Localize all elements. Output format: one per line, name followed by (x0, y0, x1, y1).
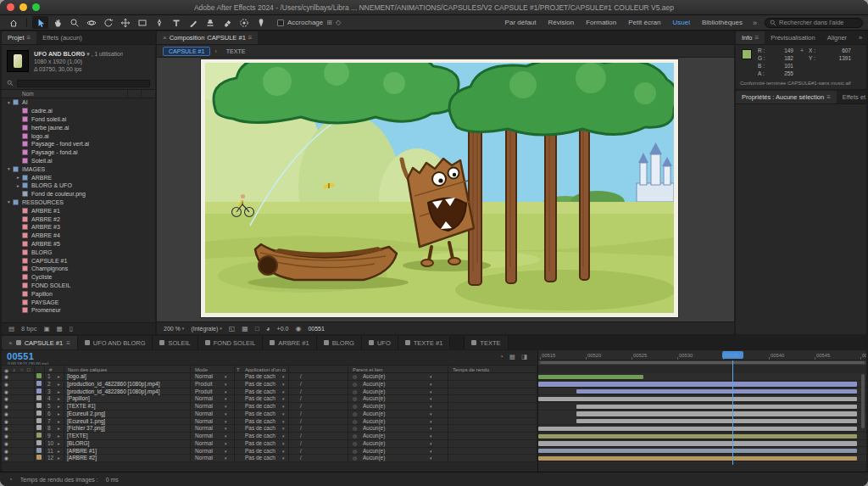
layer-trkmat-select[interactable]: Pas de cach (245, 448, 281, 455)
trkmat-t-column-header[interactable]: T (236, 367, 240, 372)
project-item[interactable]: Paysage - fond vert.ai (2, 140, 155, 148)
delete-icon[interactable]: ▯ (70, 325, 73, 332)
project-item[interactable]: ARBRE #4 (2, 232, 155, 240)
brush-tool[interactable] (185, 16, 201, 29)
parent-pick-whip-icon[interactable]: ◎ (353, 433, 357, 439)
mode-column-header[interactable]: Mode (195, 367, 208, 372)
layer-label-chip[interactable] (36, 373, 42, 378)
project-item[interactable]: logo.ai (2, 131, 155, 140)
layer-trkmat-select[interactable]: Pas de cach (245, 403, 281, 410)
layer-trkmat-select[interactable]: Pas de cach (245, 388, 281, 395)
layer-expand-icon[interactable]: ▸ (58, 373, 60, 380)
layer-visibility-toggle[interactable]: ◉ (4, 373, 8, 380)
timeline-vertical-scrollbar[interactable] (861, 374, 865, 428)
tab-properties[interactable]: Propriétés : Aucune sélection ≡ (736, 91, 837, 103)
timeline-tab-texte-1[interactable]: TEXTE #1 (398, 336, 451, 349)
timeline-tab-fond-soleil[interactable]: FOND SOLEIL (198, 336, 264, 349)
render-time-column-header[interactable]: Temps de rendu (453, 367, 489, 372)
layer-quality-toggle[interactable]: / (300, 373, 302, 380)
layer-expand-icon[interactable]: ▸ (58, 440, 60, 447)
layer-duration-bar[interactable] (576, 405, 857, 409)
layer-visibility-toggle[interactable]: ◉ (4, 433, 8, 439)
workspace-overflow-icon[interactable]: » (748, 19, 761, 27)
new-composition-icon[interactable]: ▦ (57, 325, 63, 332)
tab-preview[interactable]: Prévisualisation (765, 31, 821, 44)
layer-name[interactable]: [Écureuil 1.png] (67, 418, 189, 425)
region-of-interest-icon[interactable]: ◱ (229, 325, 236, 332)
layer-duration-bar[interactable] (538, 449, 857, 453)
layer-row[interactable]: ◉7▸[Écureuil 1.png]Normal▾Pas de cach▾/◎… (2, 418, 536, 426)
layer-expand-icon[interactable]: ▸ (58, 411, 60, 417)
project-item[interactable]: BLORG (2, 248, 155, 256)
layer-visibility-toggle[interactable]: ◉ (4, 425, 8, 432)
layer-visibility-toggle[interactable]: ◉ (4, 411, 8, 417)
project-item[interactable]: Cycliste (2, 273, 155, 282)
tab-align[interactable]: Aligner (821, 31, 853, 44)
project-item[interactable]: ▸BLORG & UFO (2, 182, 155, 190)
project-column-header[interactable]: Nom (2, 89, 155, 98)
clone-stamp-tool[interactable] (202, 16, 218, 29)
layer-name-column-header[interactable]: Nom des calques (68, 367, 107, 372)
layer-parent-select[interactable]: Aucun(e) (363, 395, 427, 402)
layer-trkmat-select[interactable]: Pas de cach (245, 395, 281, 402)
project-item[interactable]: Fond soleil.ai (2, 115, 155, 124)
project-item[interactable]: FOND SOLEIL (2, 282, 155, 290)
layer-name[interactable]: [TEXTE] (67, 433, 189, 439)
layer-visibility-toggle[interactable]: ◉ (4, 388, 8, 395)
layer-label-chip[interactable] (36, 440, 42, 445)
home-tool[interactable] (5, 16, 21, 29)
item-usage[interactable]: ▾ , 1 utilisation (86, 51, 123, 57)
layer-parent-select[interactable]: Aucun(e) (363, 411, 427, 417)
resolution-select[interactable]: (Intégrale) ▾ (191, 326, 221, 332)
layer-duration-bar[interactable] (538, 441, 857, 445)
layer-row[interactable]: ◉11▸[ARBRE #1]Normal▾Pas de cach▾/◎Aucun… (2, 448, 536, 455)
layer-quality-toggle[interactable]: / (300, 381, 302, 388)
layer-label-chip[interactable] (36, 418, 42, 423)
minimize-window-button[interactable] (19, 3, 27, 11)
layer-trkmat-select[interactable]: Pas de cach (245, 433, 281, 439)
project-item[interactable]: ARBRE #5 (2, 240, 155, 249)
layer-quality-toggle[interactable]: / (300, 448, 302, 455)
timeline-tab-texte[interactable]: TEXTE (464, 336, 508, 349)
panel-menu-icon[interactable]: ≡ (248, 34, 253, 42)
panel-overflow-icon[interactable]: » (853, 31, 866, 44)
current-time-indicator-handle[interactable] (722, 351, 743, 359)
selection-tool[interactable] (32, 16, 48, 29)
graph-editor-icon[interactable]: ▦ (509, 353, 515, 360)
layer-visibility-toggle[interactable]: ◉ (4, 418, 8, 425)
layer-mode-select[interactable]: Normal (195, 455, 224, 461)
layer-parent-select[interactable]: Aucun(e) (363, 448, 427, 455)
project-item[interactable]: ARBRE #1 (2, 206, 155, 215)
parent-pick-whip-icon[interactable]: ◎ (353, 403, 357, 410)
layer-row[interactable]: ◉9▸[TEXTE]Normal▾Pas de cach▾/◎Aucun(e)▾ (2, 433, 536, 440)
layer-quality-toggle[interactable]: / (300, 395, 302, 402)
panel-menu-icon[interactable]: ≡ (27, 34, 31, 42)
close-icon[interactable]: × (163, 34, 167, 42)
parent-pick-whip-icon[interactable]: ◎ (353, 418, 357, 425)
workspace-tab-par-d-faut[interactable]: Par défaut (499, 19, 542, 26)
transparency-grid-icon[interactable]: ▦ (242, 325, 248, 332)
layer-duration-bar[interactable] (538, 382, 857, 386)
work-area-bar[interactable] (538, 360, 866, 365)
layer-parent-select[interactable]: Aucun(e) (363, 388, 427, 395)
layer-mode-select[interactable]: Normal (195, 433, 224, 439)
layer-label-chip[interactable] (36, 411, 42, 416)
layer-parent-select[interactable]: Aucun(e) (363, 433, 427, 439)
layer-expand-icon[interactable]: ▸ (58, 448, 60, 455)
layer-mode-select[interactable]: Normal (195, 411, 224, 417)
layer-quality-toggle[interactable]: / (300, 418, 302, 425)
layer-expand-icon[interactable]: ▸ (58, 381, 60, 388)
project-bit-depth[interactable]: 8 bpc (21, 325, 36, 332)
orbit-camera-tool[interactable] (83, 16, 99, 29)
parent-pick-whip-icon[interactable]: ◎ (353, 381, 357, 388)
project-item[interactable]: Papillon (2, 289, 155, 298)
layer-row[interactable]: ◉5▸[TEXTE #1]Normal▾Pas de cach▾/◎Aucun(… (2, 403, 536, 411)
layer-name[interactable]: [BLORG] (67, 440, 189, 447)
hand-tool[interactable] (49, 16, 65, 29)
parent-pick-whip-icon[interactable]: ◎ (353, 455, 357, 461)
snapping-checkbox[interactable] (277, 20, 284, 26)
layer-trkmat-select[interactable]: Pas de cach (245, 425, 281, 432)
composition-canvas[interactable] (201, 59, 678, 317)
layer-duration-bar[interactable] (538, 375, 643, 379)
panel-menu-icon[interactable]: ≡ (66, 339, 70, 347)
